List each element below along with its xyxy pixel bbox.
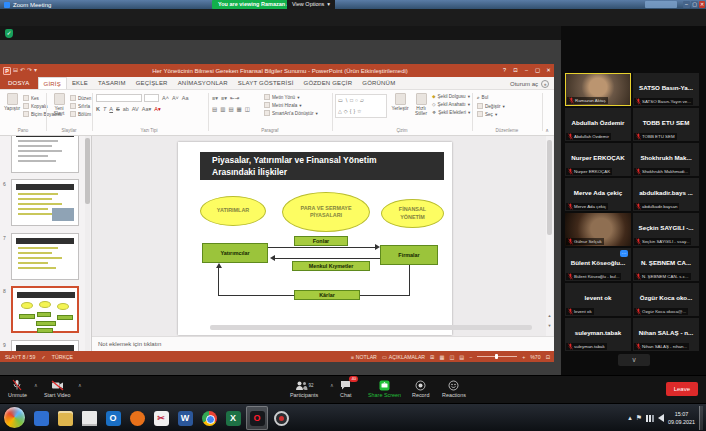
- view-slideshow-icon[interactable]: ▤: [459, 354, 464, 360]
- paste-button[interactable]: Yapıştır: [4, 93, 20, 111]
- ppt-restore-button[interactable]: ▢: [533, 66, 542, 75]
- ribbon-tab-geçi̇şler[interactable]: GEÇİŞLER: [131, 77, 173, 89]
- ppt-close-button[interactable]: ✕: [544, 66, 553, 75]
- box-firmalar[interactable]: Firmalar: [380, 245, 438, 265]
- ribbon-tab-gi̇ri̇ş[interactable]: GİRİŞ: [38, 77, 67, 89]
- snipping-tool-icon[interactable]: ✂: [150, 406, 172, 430]
- list-icons[interactable]: ≡▾≡▾⇤⇥: [212, 95, 239, 101]
- vertical-scrollbar[interactable]: ▲ ▼: [546, 136, 553, 336]
- ppt-minimize-button[interactable]: –: [522, 66, 531, 75]
- layout-button[interactable]: Düzen: [70, 95, 91, 101]
- participant-tile[interactable]: N. ŞEBNEM CA...N. ŞEBNEM CAN- s.c...: [633, 248, 699, 281]
- zoom-slider[interactable]: [477, 356, 517, 357]
- slide-title-box[interactable]: Piyasalar, Yatırımlar ve Finansal Yöneti…: [200, 152, 444, 180]
- notes-pane[interactable]: Not eklemek için tıklatın: [92, 336, 554, 351]
- replace-button[interactable]: Değiştir▾: [477, 103, 505, 109]
- reset-button[interactable]: Sıfırla: [70, 103, 90, 109]
- excel-icon[interactable]: X: [222, 406, 244, 430]
- ribbon-tab-slayt-gösteri̇si̇[interactable]: SLAYT GÖSTERİSİ: [233, 77, 299, 89]
- participant-tile[interactable]: Abdullah ÖzdemirAbdullah Özdemir: [565, 108, 631, 141]
- comments-toggle[interactable]: ▭AÇIKLAMALAR: [382, 354, 425, 360]
- participant-tile[interactable]: Shokhrukh Mak...Shokhrukh Makhmudi...: [633, 143, 699, 176]
- font-style-icons[interactable]: KTASabAVAa▾A▾: [96, 106, 161, 112]
- participant-tile[interactable]: levent oklevent ok: [565, 283, 631, 316]
- participant-tile[interactable]: SATSO Basın-Ya...SATSO Basın-Yayın ve...: [633, 73, 699, 106]
- notes-toggle[interactable]: ≡NOTLAR: [351, 354, 377, 360]
- chat-button[interactable]: 40 Chat: [340, 379, 351, 398]
- align-icons[interactable]: ▤▥▤▦◫: [212, 106, 250, 112]
- font-size-input[interactable]: [144, 94, 159, 102]
- start-button[interactable]: [4, 407, 25, 428]
- shape-effects-button[interactable]: ❖Şekil Efektleri▾: [432, 110, 470, 115]
- participant-tile[interactable]: Nihan SALAŞ - n...Nihan SALAŞ - nihan...: [633, 318, 699, 351]
- volume-icon[interactable]: [658, 414, 664, 422]
- chrome-icon[interactable]: [198, 406, 220, 430]
- ribbon-tab-ekle[interactable]: EKLE: [67, 77, 93, 89]
- ribbon-tab-görünüm[interactable]: GÖRÜNÜM: [357, 77, 400, 89]
- previous-slide-button[interactable]: ▲: [546, 312, 553, 320]
- reactions-button[interactable]: Reactions: [442, 379, 466, 398]
- box-yatirimcilar[interactable]: Yatırımcılar: [202, 243, 268, 263]
- shapes-gallery[interactable]: ▭∖□○▱ △◇{}☆: [335, 94, 387, 118]
- font-size-icons[interactable]: A˄A˅Aa: [162, 95, 189, 101]
- box-fonlar[interactable]: Fonlar: [294, 236, 348, 246]
- zoom-level[interactable]: %70: [530, 354, 540, 360]
- start-video-button[interactable]: Start Video: [44, 379, 71, 398]
- participant-tile[interactable]: Ramazan Aktaş: [565, 73, 631, 106]
- leave-button[interactable]: Leave: [666, 382, 698, 396]
- network-icon[interactable]: [646, 415, 654, 422]
- participants-button[interactable]: 92 Participants: [290, 379, 318, 398]
- taskbar-clock[interactable]: 15:07 09.09.2021: [668, 410, 695, 426]
- arrange-button[interactable]: Yerleştir: [389, 93, 411, 111]
- current-slide[interactable]: Piyasalar, Yatırımlar ve Finansal Yöneti…: [178, 142, 452, 335]
- slide-thumbnail-9[interactable]: [11, 340, 79, 351]
- redo-icon[interactable]: ↷: [27, 65, 32, 76]
- minimize-button[interactable]: –: [683, 1, 690, 8]
- security-shield-icon[interactable]: ✓: [5, 29, 13, 38]
- fit-slide-icon[interactable]: ⊡: [546, 354, 550, 360]
- zoom-out-icon[interactable]: −: [469, 354, 472, 360]
- participant-tile[interactable]: TOBB ETU SEMTOBB ETU SEM: [633, 108, 699, 141]
- ellipse-para-ve-sermaye[interactable]: PARA VE SERMAYE PİYASALARI: [282, 192, 370, 232]
- record-button[interactable]: Record: [412, 379, 429, 398]
- firefox-icon[interactable]: [126, 406, 148, 430]
- screen-recorder-icon[interactable]: [270, 406, 292, 430]
- folder-icon[interactable]: [54, 406, 76, 430]
- participant-tile[interactable]: Merve Ada çekiçMerve Ada çekiç: [565, 178, 631, 211]
- audio-options-chevron[interactable]: ∧: [34, 382, 38, 388]
- participant-tile[interactable]: abdulkadir.bays ...abdulkadir.baysan: [633, 178, 699, 211]
- slide-thumbnail-8[interactable]: [11, 286, 79, 333]
- video-options-chevron[interactable]: ∧: [78, 382, 82, 388]
- box-karlar[interactable]: Kârlar: [294, 290, 360, 300]
- slide-thumbnail-7[interactable]: [11, 233, 79, 280]
- unmute-button[interactable]: Unmute: [8, 379, 27, 398]
- shape-outline-button[interactable]: ◇Şekil Anahattı▾: [432, 102, 470, 107]
- find-button[interactable]: ⌕Bul: [477, 95, 488, 100]
- document-icon[interactable]: [78, 406, 100, 430]
- participant-tile[interactable]: Seçkin SAYGILI -...Seçkin SAYGILI - ssay…: [633, 213, 699, 246]
- ribbon-display-options-button[interactable]: ⊡: [511, 66, 520, 75]
- media-player-icon[interactable]: [30, 406, 52, 430]
- shape-fill-button[interactable]: ◆Şekil Dolgusu▾: [432, 94, 470, 99]
- view-reading-icon[interactable]: ◫: [449, 354, 454, 360]
- share-screen-button[interactable]: Share Screen: [368, 379, 401, 398]
- collapse-ribbon-icon[interactable]: ∧: [545, 127, 549, 133]
- participant-tile[interactable]: Bülent Köseoğlu...⋯Bülent Köseoğlu - bul…: [565, 248, 631, 281]
- ribbon-tab-gözden-geçi̇r[interactable]: GÖZDEN GEÇİR: [299, 77, 358, 89]
- gallery-scroll-down-button[interactable]: ∨: [618, 354, 650, 366]
- participant-tile[interactable]: Özgür Koca oko...Özgür Koca okoca@...: [633, 283, 699, 316]
- view-options-button[interactable]: View Options ▾: [287, 0, 335, 9]
- section-button[interactable]: Bölüm: [70, 111, 91, 117]
- select-button[interactable]: Seç▾: [477, 111, 497, 117]
- thumbnails-scrollbar[interactable]: [85, 136, 90, 351]
- participant-tile[interactable]: Gülnur Selçuk: [565, 213, 631, 246]
- copy-button[interactable]: Kopyala: [23, 103, 48, 109]
- show-desktop-button[interactable]: [699, 406, 703, 430]
- slide-thumbnail-5[interactable]: [11, 136, 79, 173]
- qat-chevron-icon[interactable]: ▾: [34, 65, 37, 76]
- save-icon[interactable]: ⊟: [13, 65, 18, 76]
- view-normal-icon[interactable]: ⊞: [430, 354, 434, 360]
- cut-button[interactable]: Kes: [23, 95, 39, 101]
- text-direction-button[interactable]: Metin Yönü▾: [264, 94, 299, 100]
- ribbon-tab-dosya[interactable]: DOSYA: [0, 77, 38, 89]
